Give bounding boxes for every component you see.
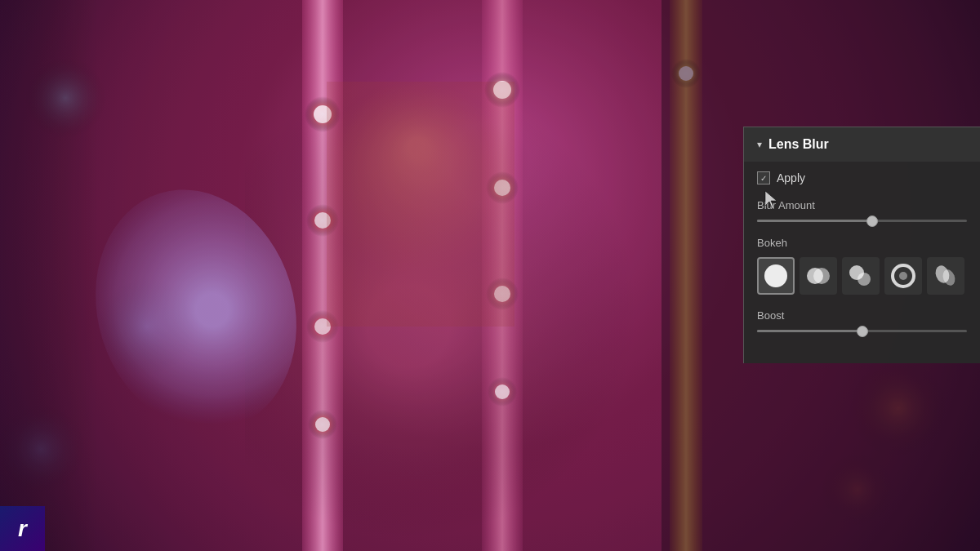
blur-amount-label: Blur Amount xyxy=(757,199,967,211)
blur-amount-track[interactable] xyxy=(757,220,967,222)
lens-blur-panel: ▾ Lens Blur ✓ Apply Blur Amount xyxy=(743,127,980,363)
bokeh-label: Bokeh xyxy=(757,237,967,249)
app-logo: r xyxy=(0,506,45,551)
bokeh-option-double-circle[interactable] xyxy=(800,257,837,295)
bokeh-option-rounded[interactable] xyxy=(842,257,880,295)
apply-row: ✓ Apply xyxy=(757,171,967,184)
bokeh-option-circle[interactable] xyxy=(757,257,795,295)
collapse-icon[interactable]: ▾ xyxy=(757,139,762,150)
blur-amount-section: Blur Amount xyxy=(757,199,967,222)
apply-checkbox[interactable]: ✓ xyxy=(757,171,770,184)
svg-point-7 xyxy=(899,272,907,280)
panel-header: ▾ Lens Blur xyxy=(744,127,980,162)
boost-track[interactable] xyxy=(757,330,967,332)
boost-fill xyxy=(757,330,862,332)
blur-amount-thumb[interactable] xyxy=(866,216,878,227)
blur-amount-fill xyxy=(757,220,872,222)
bokeh-section: Bokeh xyxy=(757,237,967,295)
svg-point-1 xyxy=(764,264,787,287)
boost-section: Boost xyxy=(757,309,967,332)
svg-point-5 xyxy=(858,273,871,286)
checkmark-icon: ✓ xyxy=(760,174,767,183)
panel-body: ✓ Apply Blur Amount Bokeh xyxy=(744,162,980,347)
svg-point-3 xyxy=(813,268,830,284)
boost-label: Boost xyxy=(757,309,967,322)
boost-thumb[interactable] xyxy=(857,326,868,337)
logo-letter: r xyxy=(18,516,27,542)
bokeh-option-cat-eye[interactable] xyxy=(884,257,922,295)
apply-label: Apply xyxy=(777,171,805,184)
bokeh-options xyxy=(757,257,967,295)
panel-title: Lens Blur xyxy=(768,137,829,152)
bokeh-option-swirl[interactable] xyxy=(927,257,964,295)
